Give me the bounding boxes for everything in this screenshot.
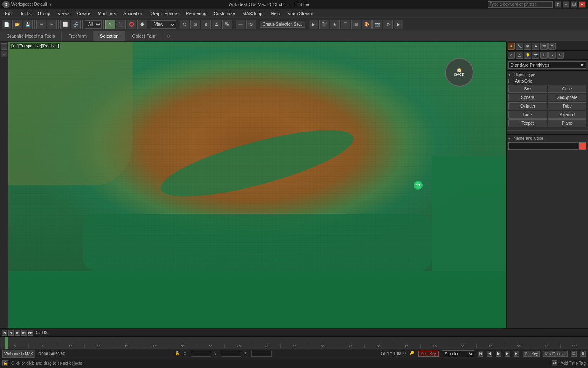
menu-tools[interactable]: Tools xyxy=(17,10,34,17)
box-button[interactable]: Box xyxy=(508,85,547,93)
undo-button[interactable]: ↩ xyxy=(36,20,46,29)
quick-render-btn[interactable]: ▶ xyxy=(394,20,403,29)
plane-button[interactable]: Plane xyxy=(548,119,587,127)
sphere-button[interactable]: Sphere xyxy=(508,94,547,101)
title-search-input[interactable] xyxy=(488,1,553,8)
shapes-icon[interactable]: △ xyxy=(516,52,523,59)
y-input[interactable] xyxy=(221,351,241,357)
render-settings-btn[interactable]: ⚙ xyxy=(383,20,393,29)
teapot-button[interactable]: Teapot xyxy=(508,119,547,127)
welcome-panel[interactable]: Welcome to MAX xyxy=(2,350,35,358)
tab-selection[interactable]: Selection xyxy=(94,31,125,41)
selected-dropdown[interactable]: Selected All None xyxy=(442,350,474,357)
auto-key-button[interactable]: Auto Key xyxy=(418,351,439,357)
redo-button[interactable]: ↪ xyxy=(47,20,57,29)
menu-graph-editors[interactable]: Graph Editors xyxy=(147,10,182,17)
save-button[interactable]: 💾 xyxy=(23,20,33,29)
status-go-end[interactable]: ▶| xyxy=(514,351,519,357)
select-circle-button[interactable]: ⭕ xyxy=(127,20,136,29)
material-btn[interactable]: ◈ xyxy=(330,20,340,29)
filter-dropdown[interactable]: All xyxy=(85,20,102,29)
utilities-icon[interactable]: ⚙ xyxy=(548,43,556,50)
tab-object-paint[interactable]: Object Paint xyxy=(125,31,163,41)
viewport[interactable]: [+1][Perspective][Realis...] 🧭 BACK 13 xyxy=(8,42,506,328)
spacewarps-icon[interactable]: ~ xyxy=(548,52,556,59)
status-next-frame[interactable]: ▶| xyxy=(505,351,510,357)
select-region-button[interactable]: ⬛ xyxy=(116,20,126,29)
select-fence-button[interactable]: ⬟ xyxy=(137,20,147,29)
help-button[interactable]: ? xyxy=(555,1,561,8)
restore-button[interactable]: ❐ xyxy=(571,1,577,8)
create-icon[interactable]: ✦ xyxy=(508,43,515,50)
menu-animation[interactable]: Animation xyxy=(120,10,147,17)
tl-start-btn[interactable]: |◀ xyxy=(2,330,7,336)
create-selection-button[interactable]: Create Selection Se... xyxy=(260,21,305,28)
key-filters-button[interactable]: Key Filters... xyxy=(543,351,568,357)
color-clipboard-btn[interactable]: 🎨 xyxy=(362,20,372,29)
add-time-tag-btn[interactable]: +T xyxy=(552,360,557,366)
color-swatch[interactable] xyxy=(579,142,586,150)
open-button[interactable]: 📂 xyxy=(12,20,22,29)
timeline-ruler[interactable]: 0 5 10 15 20 25 30 35 40 45 50 55 60 65 … xyxy=(0,337,588,349)
curve-editor-btn[interactable]: ⌒ xyxy=(341,20,350,29)
autogrid-checkbox[interactable] xyxy=(508,79,513,83)
menu-group[interactable]: Group xyxy=(35,10,54,17)
menu-maxscript[interactable]: MAXScript xyxy=(239,10,267,17)
primitives-dropdown[interactable]: Standard Primitives ▼ xyxy=(508,61,586,69)
green-indicator[interactable]: 13 xyxy=(414,181,423,190)
geometry-icon[interactable]: ○ xyxy=(508,52,515,59)
status-play[interactable]: ▶ xyxy=(496,351,501,357)
tab-graphite-modeling[interactable]: Graphite Modeling Tools xyxy=(0,31,62,41)
minimap-btn[interactable]: ⊡ xyxy=(571,351,577,357)
snap-time-btn[interactable]: ⊕ xyxy=(580,351,586,357)
helpers-icon[interactable]: + xyxy=(540,52,548,59)
menu-views[interactable]: Views xyxy=(54,10,73,17)
tube-button[interactable]: Tube xyxy=(548,102,587,110)
menu-rendering[interactable]: Rendering xyxy=(183,10,210,17)
render-btn[interactable]: 🎬 xyxy=(319,20,329,29)
select-object-button[interactable]: ⬜ xyxy=(60,20,70,29)
object-type-collapse-arrow[interactable] xyxy=(508,73,510,76)
geosphere-button[interactable]: GeoSphere xyxy=(548,94,587,101)
left-panel-btn-2[interactable]: - xyxy=(1,51,7,57)
menu-help[interactable]: Help xyxy=(268,10,284,17)
timeline-playhead[interactable] xyxy=(5,337,8,349)
name-input-field[interactable] xyxy=(508,142,578,150)
pyramid-button[interactable]: Pyramid xyxy=(548,111,587,119)
play-btn[interactable]: ▶ xyxy=(309,20,318,29)
set-key-button[interactable]: Set Key xyxy=(523,351,540,357)
lock-icon[interactable]: 🔒 xyxy=(175,351,180,357)
tl-end-btn[interactable]: ▶▶| xyxy=(28,330,33,336)
status-prev-frame[interactable]: ◀ xyxy=(487,351,492,357)
menu-vue[interactable]: Vue xStream xyxy=(284,10,316,17)
snap-btn[interactable]: ⊕ xyxy=(201,20,211,29)
tl-play-btn[interactable]: ▶ xyxy=(15,330,20,336)
cone-button[interactable]: Cone xyxy=(548,85,587,93)
status-go-start[interactable]: |◀ xyxy=(478,351,483,357)
close-button[interactable]: ✕ xyxy=(579,1,586,8)
modify-icon[interactable]: 🔧 xyxy=(516,43,523,50)
capture-btn[interactable]: 📷 xyxy=(372,20,382,29)
select-filter-btn[interactable]: ⬡ xyxy=(180,20,189,29)
minimize-button[interactable]: − xyxy=(563,1,569,8)
align-btn[interactable]: ⊜ xyxy=(246,20,256,29)
angle-snap-btn[interactable]: ∠ xyxy=(212,20,221,29)
name-color-collapse-arrow[interactable] xyxy=(508,137,510,140)
left-panel-btn-1[interactable]: + xyxy=(1,43,7,50)
menu-customize[interactable]: Customize xyxy=(211,10,238,17)
link-button[interactable]: 🔗 xyxy=(71,20,81,29)
z-input[interactable] xyxy=(251,351,272,357)
menu-modifiers[interactable]: Modifiers xyxy=(94,10,119,17)
window-btn[interactable]: ⊡ xyxy=(190,20,200,29)
torus-button[interactable]: Torus xyxy=(508,111,547,119)
tab-freeform[interactable]: Freeform xyxy=(62,31,94,41)
systems-icon[interactable]: ⚙ xyxy=(557,52,564,59)
menu-edit[interactable]: Edit xyxy=(2,10,16,17)
x-input[interactable] xyxy=(191,351,211,357)
percent-snap-btn[interactable]: % xyxy=(222,20,232,29)
hierarchy-icon[interactable]: ⊞ xyxy=(524,43,531,50)
new-scene-button[interactable]: 📄 xyxy=(2,20,11,29)
schematic-btn[interactable]: ⊞ xyxy=(351,20,361,29)
compass[interactable]: 🧭 BACK xyxy=(445,58,474,87)
select-button[interactable]: ↖ xyxy=(105,20,115,29)
